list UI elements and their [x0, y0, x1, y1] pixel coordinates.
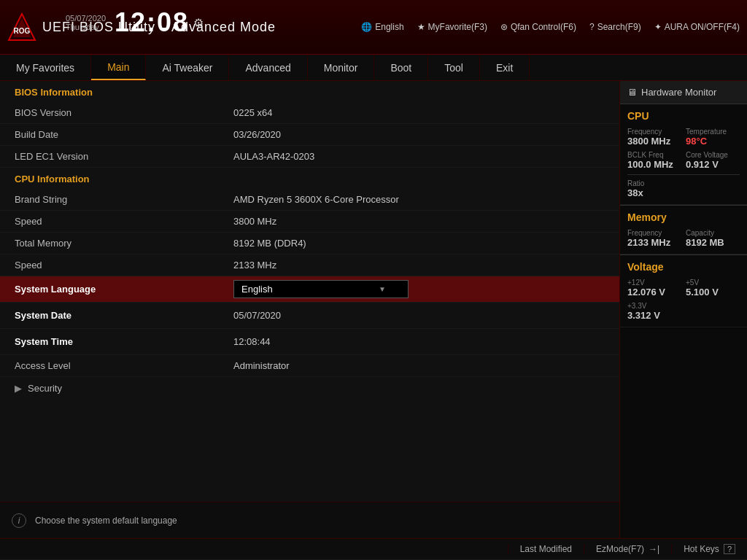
v5-value: 5.100 V: [686, 287, 740, 298]
day-value: Thursday: [66, 23, 106, 31]
brand-string-label: Brand String: [15, 194, 233, 205]
nav-exit[interactable]: Exit: [480, 55, 530, 80]
ez-mode-button[interactable]: EzMode(F7) →|: [584, 544, 671, 554]
ez-mode-label: EzMode(F7): [596, 544, 644, 554]
v33-value: 3.312 V: [627, 310, 740, 321]
build-date-label: Build Date: [15, 129, 233, 140]
total-memory-row: Total Memory 8192 MB (DDR4): [0, 233, 619, 254]
myfavorite-control[interactable]: ★ MyFavorite(F3): [417, 22, 487, 32]
cpu-divider: [627, 174, 740, 175]
brand-string-row: Brand String AMD Ryzen 5 3600X 6-Core Pr…: [0, 189, 619, 211]
svg-text:ROG: ROG: [14, 27, 31, 35]
date-value: 05/07/2020: [66, 14, 106, 23]
bclk-freq-metric: BCLK Freq 100.0 MHz: [627, 151, 681, 170]
nav-tool[interactable]: Tool: [428, 55, 480, 80]
ratio-metric: Ratio 38x: [627, 179, 740, 198]
nav-my-favorites[interactable]: My Favorites: [0, 55, 91, 80]
ratio-value: 38x: [627, 187, 740, 198]
mem-frequency-metric: Frequency 2133 MHz: [627, 229, 681, 248]
v33-metric: +3.3V 3.312 V: [627, 302, 740, 321]
bios-version-value: 0225 x64: [233, 107, 605, 118]
rog-logo-icon: ROG: [7, 12, 36, 42]
system-date-label: System Date: [15, 310, 233, 321]
language-control[interactable]: 🌐 English: [361, 22, 403, 32]
hot-keys-button[interactable]: Hot Keys ?: [671, 544, 747, 554]
mem-capacity-metric: Capacity 8192 MB: [686, 229, 740, 248]
bios-table: BIOS Information BIOS Version 0225 x64 B…: [0, 81, 619, 502]
nav-bar: My Favorites Main Ai Tweaker Advanced Mo…: [0, 55, 747, 81]
nav-boot[interactable]: Boot: [374, 55, 428, 80]
cpu-hw-title: CPU: [627, 110, 740, 122]
mem-speed-value: 2133 MHz: [233, 260, 605, 271]
cpu-freq-value: 3800 MHz: [627, 136, 681, 147]
last-modified-button[interactable]: Last Modified: [508, 544, 584, 554]
hw-monitor-panel: 🖥 Hardware Monitor CPU Frequency 3800 MH…: [619, 81, 747, 538]
bclk-freq-label: BCLK Freq: [627, 151, 681, 159]
system-time-row[interactable]: System Time 12:08:44: [0, 329, 619, 355]
v12-value: 12.076 V: [627, 287, 681, 298]
main-layout: BIOS Information BIOS Version 0225 x64 B…: [0, 81, 747, 538]
cpu-hw-grid: Frequency 3800 MHz Temperature 98°C BCLK…: [627, 128, 740, 170]
system-language-row[interactable]: System Language English ▼: [0, 276, 619, 303]
ratio-label: Ratio: [627, 179, 740, 187]
language-dropdown[interactable]: English ▼: [233, 280, 409, 298]
led-ec1-label: LED EC1 Version: [15, 151, 233, 162]
settings-icon[interactable]: ⚙: [193, 16, 204, 30]
language-label: English: [375, 22, 403, 32]
access-level-value: Administrator: [233, 360, 605, 371]
hw-monitor-header: 🖥 Hardware Monitor: [620, 81, 747, 104]
mem-freq-value: 2133 MHz: [627, 237, 681, 248]
nav-main[interactable]: Main: [91, 55, 146, 80]
info-icon: i: [12, 513, 26, 528]
v5-metric: +5V 5.100 V: [686, 279, 740, 298]
nav-monitor[interactable]: Monitor: [308, 55, 375, 80]
mem-speed-row: Speed 2133 MHz: [0, 254, 619, 276]
footer-top: Last Modified EzMode(F7) →| Hot Keys ?: [0, 539, 747, 560]
bios-info-header: BIOS Information: [0, 81, 619, 102]
nav-ai-tweaker[interactable]: Ai Tweaker: [146, 55, 229, 80]
cpu-info-header: CPU Information: [0, 168, 619, 189]
qfan-control[interactable]: ⊛ Qfan Control(F6): [500, 22, 576, 32]
chevron-right-icon: ▶: [15, 383, 22, 394]
date-display: 05/07/2020 Thursday: [66, 14, 106, 31]
system-date-row[interactable]: System Date 05/07/2020: [0, 303, 619, 329]
aura-control[interactable]: ✦ AURA ON/OFF(F4): [654, 22, 740, 32]
memory-hw-section: Memory Frequency 2133 MHz Capacity 8192 …: [620, 206, 747, 254]
system-time-label: System Time: [15, 336, 233, 347]
core-voltage-metric: Core Voltage 0.912 V: [686, 151, 740, 170]
last-modified-label: Last Modified: [520, 544, 572, 554]
security-row[interactable]: ▶ Security: [0, 377, 619, 400]
cpu-freq-label: Frequency: [627, 128, 681, 136]
bios-version-label: BIOS Version: [15, 107, 233, 118]
content-area: BIOS Information BIOS Version 0225 x64 B…: [0, 81, 619, 538]
header-controls: 🌐 English ★ MyFavorite(F3) ⊛ Qfan Contro…: [361, 22, 740, 32]
question-icon: ?: [724, 544, 735, 554]
aura-label: AURA ON/OFF(F4): [665, 22, 740, 32]
globe-icon: 🌐: [361, 22, 372, 32]
cpu-hw-section: CPU Frequency 3800 MHz Temperature 98°C …: [620, 104, 747, 205]
voltage-hw-grid: +12V 12.076 V +5V 5.100 V: [627, 279, 740, 298]
total-memory-label: Total Memory: [15, 238, 233, 249]
cpu-speed-value: 3800 MHz: [233, 216, 605, 227]
monitor-icon: 🖥: [627, 87, 637, 98]
voltage-hw-section: Voltage +12V 12.076 V +5V 5.100 V +3.3V …: [620, 255, 747, 327]
access-level-label: Access Level: [15, 360, 233, 371]
nav-advanced[interactable]: Advanced: [229, 55, 307, 80]
system-time-value: 12:08:44: [233, 336, 605, 347]
system-date-value: 05/07/2020: [233, 310, 605, 321]
cpu-speed-row: Speed 3800 MHz: [0, 211, 619, 233]
search-label: Search(F9): [597, 22, 641, 32]
date-time-area: 05/07/2020 Thursday 12:08 ⚙: [66, 7, 204, 38]
hw-monitor-title: Hardware Monitor: [641, 87, 716, 98]
v5-label: +5V: [686, 279, 740, 287]
info-bar: i Choose the system default language: [0, 502, 619, 538]
bclk-freq-value: 100.0 MHz: [627, 159, 681, 170]
brand-string-value: AMD Ryzen 5 3600X 6-Core Processor: [233, 194, 605, 205]
cpu-frequency-metric: Frequency 3800 MHz: [627, 128, 681, 147]
qfan-label: Qfan Control(F6): [511, 22, 576, 32]
search-control[interactable]: ? Search(F9): [589, 22, 641, 32]
cpu-temperature-metric: Temperature 98°C: [686, 128, 740, 147]
voltage-hw-title: Voltage: [627, 261, 740, 273]
myfavorite-label: MyFavorite(F3): [428, 22, 487, 32]
hot-keys-label: Hot Keys: [684, 544, 719, 554]
